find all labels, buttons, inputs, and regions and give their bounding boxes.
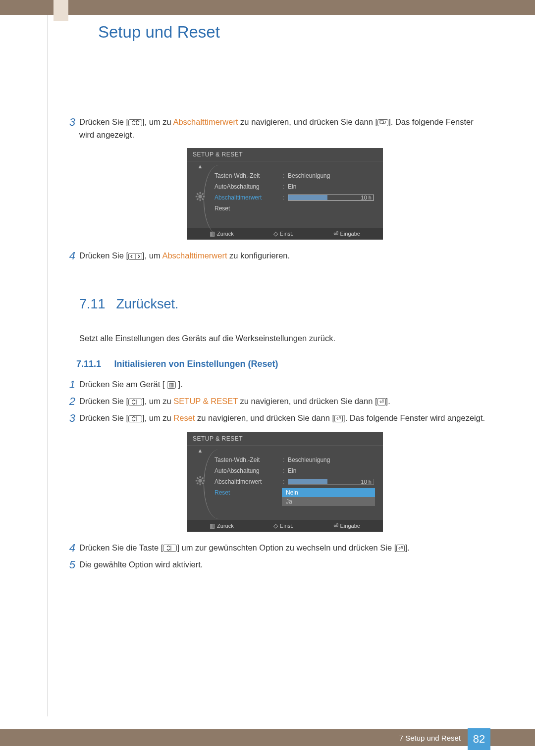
osd-item: Tasten-Wdh.-Zeit — [212, 454, 282, 465]
diamond-icon: ◇ — [273, 230, 278, 237]
osd-arc — [204, 165, 218, 235]
step-row: 4 Drücken Sie die Taste [] um zur gewüns… — [60, 542, 490, 554]
t: Drücken Sie [ — [79, 117, 128, 126]
step-number: 3 — [60, 116, 75, 141]
osd-value-list: :Beschleunigung :Ein : 10 h — [282, 165, 381, 214]
t: Zurück — [217, 231, 234, 237]
osd-value-list: :Beschleunigung :Ein : 10 h Nein Ja — [282, 450, 381, 506]
step-number: 5 — [60, 558, 75, 571]
page-number-box: 82 — [468, 728, 490, 750]
step-row: 5 Die gewählte Option wird aktiviert. — [60, 558, 490, 571]
enter-icon: ⏎ — [333, 522, 338, 529]
t: Drücken Sie [ — [79, 397, 128, 405]
svg-line-10 — [202, 194, 204, 195]
top-brown-bar — [0, 0, 535, 15]
svg-line-9 — [197, 199, 199, 200]
t: zu konfigurieren. — [227, 251, 290, 260]
subsection-steps-cont: 4 Drücken Sie die Taste [] um zur gewüns… — [60, 542, 490, 572]
osd-left-col: ▲ — [189, 450, 212, 506]
highlight: Reset — [173, 413, 195, 422]
step-row: 4 Drücken Sie [], um Abschalttimerwert z… — [60, 250, 490, 262]
osd-value: : 10 h — [282, 476, 375, 487]
step-number: 1 — [60, 378, 75, 391]
t: zu navigieren, und drücken Sie dann [ — [195, 413, 334, 422]
top-tab-accent — [54, 0, 68, 21]
step-number: 2 — [60, 395, 75, 408]
up-down-icon — [128, 415, 142, 422]
osd-slider: 10 h — [288, 195, 374, 201]
left-right-icon — [128, 253, 142, 260]
t: zu navigieren, und drücken Sie dann [ — [238, 117, 378, 126]
highlight: Abschalttimerwert — [173, 117, 238, 126]
menu-icon: ▥ — [167, 381, 176, 389]
osd-item: Reset — [212, 203, 282, 214]
osd-item: Tasten-Wdh.-Zeit — [212, 170, 282, 181]
osd-body: ▲ Tasten-Wdh.-Zeit AutoAbschaltung Absch… — [187, 446, 383, 520]
t: Einst. — [280, 231, 294, 237]
osd-title: SETUP & RESET — [187, 432, 383, 446]
up-down-icon — [163, 545, 177, 552]
vertical-rule — [47, 15, 48, 716]
step-text: Drücken Sie die Taste [] um zur gewünsch… — [79, 542, 410, 554]
osd-value: :Ein — [282, 465, 375, 476]
osd-dropdown: Nein Ja — [282, 488, 375, 506]
footer-chapter: 7 Setup und Reset — [399, 734, 461, 742]
osd-arc — [204, 450, 218, 519]
highlight: SETUP & RESET — [173, 397, 238, 405]
diamond-icon: ◇ — [273, 522, 278, 529]
t: zu navigieren, und drücken Sie dann [ — [238, 397, 377, 405]
osd-value: :Beschleunigung — [282, 170, 375, 181]
section-number: 7.11 — [79, 297, 114, 312]
v: Ein — [288, 183, 296, 190]
t: ], um — [142, 251, 162, 260]
t: ]. — [386, 397, 390, 405]
osd-item-list: Tasten-Wdh.-Zeit AutoAbschaltung Abschal… — [212, 450, 282, 506]
svg-line-22 — [202, 477, 204, 479]
step-row: 1 Drücken Sie am Gerät [ ▥ ]. — [60, 378, 490, 391]
step-row: 3 Drücken Sie [], um zu Abschalttimerwer… — [60, 116, 490, 141]
slider-fill — [288, 195, 327, 200]
osd-item-selected: Abschalttimerwert — [212, 192, 282, 203]
osd-value: : 10 h — [282, 192, 375, 203]
svg-line-7 — [197, 194, 199, 195]
step-number: 3 — [60, 412, 75, 425]
step-row: 2 Drücken Sie [], um zu SETUP & RESET zu… — [60, 395, 490, 408]
slider-label: 10 h — [361, 479, 372, 485]
osd-enter: ⏎Eingabe — [333, 230, 360, 237]
t: ]. Das folgende Fenster wird angezeigt. — [343, 413, 485, 422]
subsection-steps: 1 Drücken Sie am Gerät [ ▥ ]. 2 Drücken … — [60, 378, 490, 425]
svg-line-8 — [202, 199, 204, 200]
subsection-title: Initialisieren von Einstellungen (Reset) — [114, 359, 278, 369]
osd-menu: SETUP & RESET ▲ Tasten-Wdh.-Zeit AutoAbs… — [187, 148, 383, 240]
enter-icon: ⏎ — [334, 415, 343, 422]
svg-point-14 — [198, 479, 202, 482]
osd-item: AutoAbschaltung — [212, 465, 282, 476]
subsection-header: 7.11.1 Initialisieren von Einstellungen … — [76, 359, 490, 369]
t: Drücken Sie [ — [79, 251, 128, 260]
step-text: Drücken Sie [], um Abschalttimerwert zu … — [79, 250, 290, 262]
svg-line-21 — [197, 482, 199, 484]
osd-enter: ⏎Eingabe — [333, 522, 360, 529]
v: Beschleunigung — [288, 456, 330, 463]
osd-footer: ▥Zurück ◇Einst. ⏎Eingabe — [187, 520, 383, 532]
osd-value: :Ein — [282, 181, 375, 192]
enter-icon — [377, 119, 388, 126]
t: Eingabe — [340, 523, 360, 529]
svg-line-19 — [197, 477, 199, 479]
step-text: Drücken Sie [], um zu SETUP & RESET zu n… — [79, 395, 390, 408]
step-text: Drücken Sie [], um zu Reset zu navigiere… — [79, 412, 485, 425]
slider-fill — [288, 479, 327, 484]
t: ] um zur gewünschten Option zu wechseln … — [177, 543, 396, 552]
osd-menu: SETUP & RESET ▲ Tasten-Wdh.-Zeit AutoAbs… — [187, 432, 383, 532]
step-number: 4 — [60, 542, 75, 554]
t: Drücken Sie die Taste [ — [79, 543, 163, 552]
osd-title: SETUP & RESET — [187, 148, 383, 161]
osd-item: AutoAbschaltung — [212, 181, 282, 192]
t: ]. — [176, 380, 183, 389]
subsection-number: 7.11.1 — [76, 359, 112, 369]
t: Eingabe — [340, 231, 360, 237]
osd-slider: 10 h — [288, 479, 374, 485]
step-text: Die gewählte Option wird aktiviert. — [79, 558, 203, 571]
osd-body: ▲ Tasten-Wdh.-Zeit AutoAbschaltung Absch… — [187, 161, 383, 228]
t: ], um zu — [142, 413, 173, 422]
